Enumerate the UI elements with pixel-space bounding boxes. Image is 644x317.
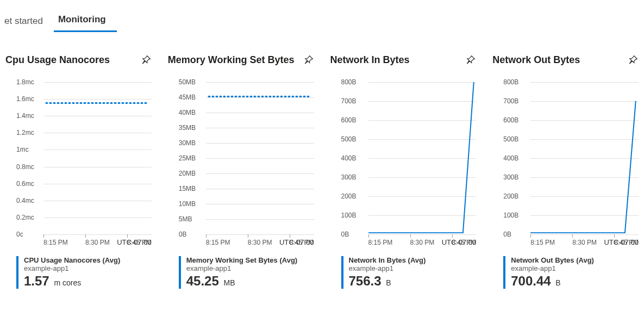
y-tick-label: 35MB — [179, 124, 196, 132]
chart-legend: CPU Usage Nanocores (Avg)example-app11.5… — [16, 256, 152, 289]
y-tick-label: 0B — [179, 231, 187, 238]
y-tick-label: 300B — [341, 173, 357, 181]
y-tick-label: 0.2mc — [16, 214, 34, 221]
timezone-label: UTC-07:00 — [117, 238, 152, 246]
y-tick-label: 30MB — [179, 139, 196, 147]
y-tick-label: 0.8mc — [16, 163, 34, 171]
timezone-label: UTC-07:00 — [279, 238, 314, 246]
pin-icon[interactable] — [628, 55, 639, 66]
chart-area[interactable]: 800B700B600B500B400B300B200B100B0B8:15 P… — [341, 82, 477, 234]
y-tick-label: 1mc — [16, 146, 29, 153]
y-tick-label: 10MB — [179, 200, 196, 208]
y-tick-label: 25MB — [179, 154, 196, 162]
chart-panel-netin: Network In Bytes800B700B600B500B400B300B… — [330, 54, 477, 289]
y-tick-label: 20MB — [179, 170, 196, 177]
gridline — [43, 234, 152, 235]
chart-legend: Network In Bytes (Avg)example-app1756.3 … — [341, 256, 477, 289]
gridline — [206, 234, 314, 235]
chart-area[interactable]: 1.8mc1.6mc1.4mc1.2mc1mc0.8mc0.6mc0.4mc0.… — [16, 82, 152, 234]
chart-panel-mem: Memory Working Set Bytes50MB45MB40MB35MB… — [168, 54, 314, 289]
legend-value: 700.44 B — [511, 274, 639, 289]
x-tick-label: 8:30 PM — [572, 239, 597, 246]
y-tick-label: 400B — [341, 154, 357, 162]
y-tick-label: 700B — [503, 97, 518, 105]
legend-value: 45.25 MB — [186, 274, 314, 289]
y-tick-label: 1.6mc — [16, 95, 34, 103]
pin-icon[interactable] — [465, 55, 476, 66]
timezone-label: UTC-07:00 — [604, 238, 639, 246]
y-tick-label: 0B — [341, 231, 349, 238]
y-tick-label: 40MB — [179, 109, 196, 116]
gridline — [530, 234, 639, 235]
legend-series-name: Network Out Bytes (Avg) — [511, 256, 639, 264]
tab-monitoring[interactable]: Monitoring — [54, 9, 117, 32]
y-tick-label: 500B — [503, 135, 518, 143]
y-tick-label: 0.6mc — [16, 180, 34, 188]
y-tick-label: 200B — [341, 192, 357, 200]
y-tick-label: 50MB — [179, 78, 196, 86]
x-tick-label: 8:15 PM — [43, 239, 68, 246]
y-tick-label: 45MB — [179, 94, 196, 101]
y-tick-label: 500B — [341, 135, 357, 143]
tab-get-started[interactable]: et started — [0, 10, 54, 32]
y-tick-label: 15MB — [179, 185, 196, 192]
chart-title: Cpu Usage Nanocores — [5, 54, 110, 66]
x-tick-label: 8:15 PM — [530, 239, 555, 246]
legend-resource-name: example-app1 — [186, 264, 314, 272]
y-tick-label: 5MB — [179, 215, 192, 223]
y-tick-label: 300B — [503, 173, 518, 181]
y-tick-label: 100B — [503, 212, 518, 219]
y-tick-label: 100B — [341, 212, 357, 219]
y-tick-label: 1.4mc — [16, 112, 34, 120]
legend-resource-name: example-app1 — [511, 264, 639, 272]
chart-area[interactable]: 800B700B600B500B400B300B200B100B0B8:15 P… — [503, 82, 639, 234]
legend-series-name: CPU Usage Nanocores (Avg) — [24, 256, 152, 264]
y-tick-label: 800B — [503, 78, 518, 86]
x-tick-label: 8:15 PM — [368, 239, 393, 246]
x-tick-label: 8:15 PM — [206, 239, 230, 246]
y-tick-label: 400B — [503, 154, 518, 162]
gridline — [368, 234, 477, 235]
timezone-label: UTC-07:00 — [442, 238, 477, 246]
chart-title: Memory Working Set Bytes — [168, 54, 295, 66]
chart-title: Network In Bytes — [330, 54, 410, 66]
y-tick-label: 0B — [503, 231, 511, 238]
y-tick-label: 200B — [503, 192, 518, 200]
tab-bar: et started Monitoring — [0, 0, 644, 33]
x-tick-label: 8:30 PM — [248, 239, 272, 246]
y-tick-label: 600B — [503, 116, 518, 124]
x-tick-label: 8:30 PM — [410, 239, 435, 246]
pin-icon[interactable] — [303, 55, 314, 66]
chart-legend: Network Out Bytes (Avg)example-app1700.4… — [503, 256, 639, 289]
legend-value: 1.57 m cores — [24, 274, 152, 289]
legend-resource-name: example-app1 — [24, 264, 152, 272]
legend-resource-name: example-app1 — [349, 264, 477, 272]
y-tick-label: 0.4mc — [16, 197, 34, 204]
y-tick-label: 700B — [341, 97, 357, 105]
legend-series-name: Memory Working Set Bytes (Avg) — [186, 256, 314, 264]
charts-row: Cpu Usage Nanocores1.8mc1.6mc1.4mc1.2mc1… — [0, 33, 644, 289]
y-tick-label: 800B — [341, 78, 357, 86]
chart-panel-netout: Network Out Bytes800B700B600B500B400B300… — [492, 54, 639, 289]
y-tick-label: 1.8mc — [16, 78, 34, 86]
chart-title: Network Out Bytes — [492, 54, 580, 66]
legend-series-name: Network In Bytes (Avg) — [349, 256, 477, 264]
pin-icon[interactable] — [141, 55, 152, 66]
chart-legend: Memory Working Set Bytes (Avg)example-ap… — [179, 256, 314, 289]
y-tick-label: 600B — [341, 116, 357, 124]
legend-value: 756.3 B — [349, 274, 477, 289]
y-tick-label: 1.2mc — [16, 129, 34, 136]
x-tick-label: 8:30 PM — [85, 239, 110, 246]
chart-area[interactable]: 50MB45MB40MB35MB30MB25MB20MB15MB10MB5MB0… — [179, 82, 314, 234]
chart-panel-cpu: Cpu Usage Nanocores1.8mc1.6mc1.4mc1.2mc1… — [5, 54, 152, 289]
y-tick-label: 0c — [16, 231, 23, 238]
